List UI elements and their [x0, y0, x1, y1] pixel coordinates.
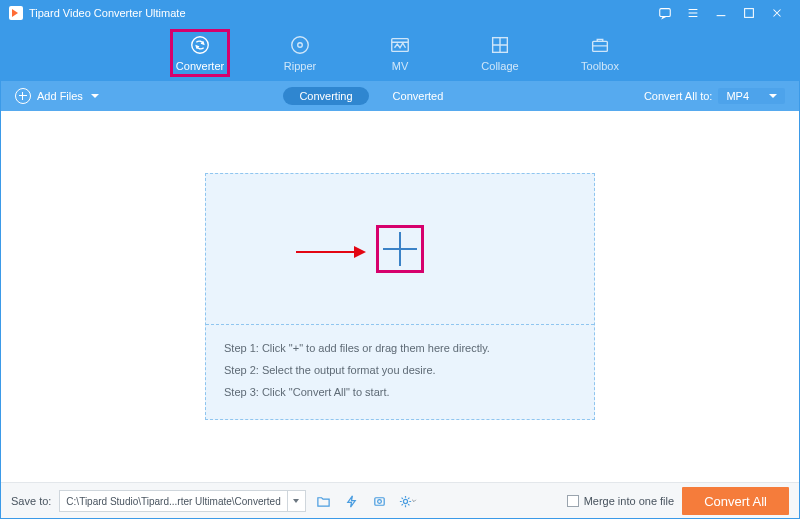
nav-label: Toolbox — [581, 60, 619, 72]
collage-icon — [489, 34, 511, 56]
nav-converter[interactable]: Converter — [170, 29, 230, 77]
path-dropdown[interactable] — [287, 491, 305, 511]
nav-mv[interactable]: MV — [370, 30, 430, 76]
mv-icon — [389, 34, 411, 56]
app-logo — [9, 6, 23, 20]
svg-point-10 — [404, 499, 408, 503]
save-path-value: C:\Tipard Studio\Tipard...rter Ultimate\… — [60, 496, 286, 507]
output-format-select[interactable]: MP4 — [718, 88, 785, 104]
settings-button[interactable] — [398, 491, 418, 511]
titlebar: Tipard Video Converter Ultimate — [1, 1, 799, 25]
chevron-down-icon — [91, 94, 99, 98]
svg-rect-1 — [745, 9, 754, 18]
merge-label: Merge into one file — [584, 495, 675, 507]
close-icon[interactable] — [763, 1, 791, 25]
gpu-accel-button[interactable] — [370, 491, 390, 511]
save-path-input[interactable]: C:\Tipard Studio\Tipard...rter Ultimate\… — [59, 490, 305, 512]
feedback-icon[interactable] — [651, 1, 679, 25]
convert-all-button[interactable]: Convert All — [682, 487, 789, 515]
toolbar: Add Files Converting Converted Convert A… — [1, 81, 799, 111]
toolbox-icon — [589, 34, 611, 56]
step-text: Step 3: Click "Convert All" to start. — [224, 381, 576, 403]
svg-rect-0 — [660, 9, 671, 17]
app-title: Tipard Video Converter Ultimate — [29, 7, 186, 19]
instructions: Step 1: Click "+" to add files or drag t… — [206, 325, 594, 419]
add-files-button[interactable]: Add Files — [15, 88, 99, 104]
format-value: MP4 — [726, 90, 749, 102]
svg-point-3 — [292, 37, 309, 54]
svg-point-4 — [298, 43, 303, 48]
chevron-down-icon — [769, 94, 777, 98]
dropzone[interactable]: Step 1: Click "+" to add files or drag t… — [205, 173, 595, 420]
main-nav: Converter Ripper MV Collage Toolbox — [1, 25, 799, 81]
step-text: Step 2: Select the output format you des… — [224, 359, 576, 381]
checkbox-icon — [567, 495, 579, 507]
tab-converted[interactable]: Converted — [377, 87, 460, 105]
svg-point-9 — [378, 499, 382, 503]
tab-converting[interactable]: Converting — [283, 87, 368, 105]
svg-rect-8 — [375, 497, 384, 505]
add-files-label: Add Files — [37, 90, 83, 102]
main-area: Step 1: Click "+" to add files or drag t… — [1, 111, 799, 482]
step-text: Step 1: Click "+" to add files or drag t… — [224, 337, 576, 359]
dropzone-top[interactable] — [206, 174, 594, 324]
minimize-icon[interactable] — [707, 1, 735, 25]
nav-label: Collage — [481, 60, 518, 72]
converter-icon — [189, 34, 211, 56]
svg-rect-5 — [392, 39, 409, 52]
plus-circle-icon — [15, 88, 31, 104]
plus-icon — [383, 232, 417, 266]
svg-point-2 — [192, 37, 209, 54]
annotation-arrow — [296, 246, 366, 258]
ripper-icon — [289, 34, 311, 56]
menu-icon[interactable] — [679, 1, 707, 25]
nav-label: MV — [392, 60, 409, 72]
save-to-label: Save to: — [11, 495, 51, 507]
footer: Save to: C:\Tipard Studio\Tipard...rter … — [1, 482, 799, 519]
nav-ripper[interactable]: Ripper — [270, 30, 330, 76]
nav-label: Ripper — [284, 60, 316, 72]
nav-toolbox[interactable]: Toolbox — [570, 30, 630, 76]
nav-collage[interactable]: Collage — [470, 30, 530, 76]
merge-checkbox[interactable]: Merge into one file — [567, 495, 675, 507]
nav-label: Converter — [176, 60, 224, 72]
lightning-button[interactable] — [342, 491, 362, 511]
open-folder-button[interactable] — [314, 491, 334, 511]
convert-all-to-label: Convert All to: — [644, 90, 712, 102]
maximize-icon[interactable] — [735, 1, 763, 25]
add-files-plus[interactable] — [376, 225, 424, 273]
